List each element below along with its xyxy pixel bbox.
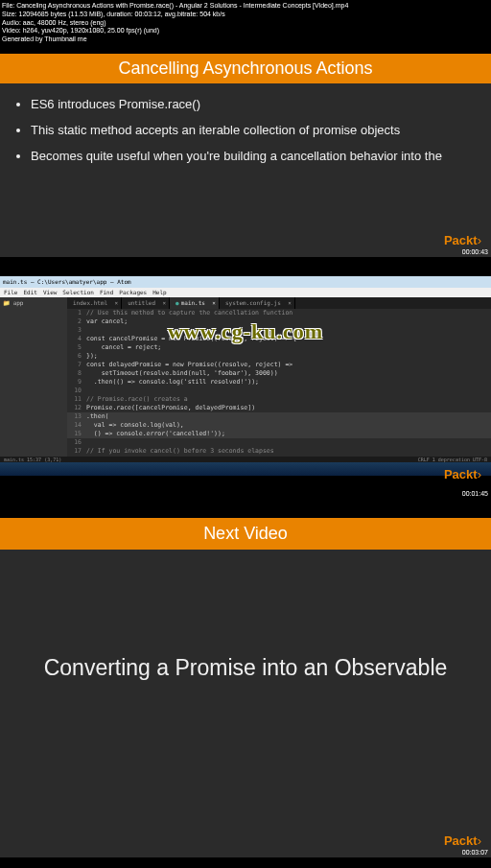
line-number: 8 [67, 369, 86, 378]
code-line[interactable]: 2var cancel; [67, 317, 491, 326]
timestamp-overlay: 00:00:43 [462, 248, 488, 255]
line-number: 11 [67, 395, 86, 404]
code-line[interactable]: 1// Use this method to capture the cance… [67, 309, 491, 317]
windows-taskbar[interactable] [0, 462, 491, 476]
tab-index[interactable]: index.html× [67, 297, 122, 309]
code-line[interactable]: 14 val => console.log(val), [67, 421, 491, 430]
code-line[interactable]: 16 [67, 438, 491, 447]
close-icon[interactable]: × [212, 299, 216, 306]
code-text: cancel = reject; [86, 343, 161, 352]
bullet-item: ES6 introduces Promise.race() [31, 97, 491, 111]
line-number: 16 [67, 438, 86, 447]
folder-icon: 📁 [3, 299, 13, 306]
menu-view[interactable]: View [43, 289, 57, 295]
code-text: var cancel; [86, 317, 128, 326]
code-line[interactable]: 8 setTimeout(resolve.bind(null, 'foobar'… [67, 369, 491, 378]
close-icon[interactable]: × [115, 299, 119, 306]
meta-audio: Audio: aac, 48000 Hz, stereo (eng) [2, 19, 489, 28]
menu-file[interactable]: File [4, 289, 17, 295]
tab-untitled[interactable]: untitled× [122, 297, 170, 309]
line-number: 5 [67, 343, 86, 352]
code-line[interactable]: 11// Promise.race() creates a [67, 395, 491, 404]
code-line[interactable]: 15 () => console.error('cancelled!')); [67, 430, 491, 438]
code-line[interactable]: 9 .then(() => console.log('still resolve… [67, 378, 491, 387]
code-line[interactable]: 6}); [67, 352, 491, 361]
code-text: // Promise.race() creates a [86, 395, 188, 404]
code-text: () => console.error('cancelled!')); [86, 430, 225, 438]
code-text: // If you invoke cancel() before 3 secon… [86, 447, 274, 456]
slide-title-bar: Cancelling Asynchronous Actions [0, 54, 491, 83]
code-text: val => console.log(val), [86, 421, 184, 430]
line-number: 15 [67, 430, 86, 438]
code-line[interactable]: 10 [67, 387, 491, 395]
next-video-bar: Next Video [0, 518, 491, 550]
line-number: 10 [67, 387, 86, 395]
code-text: .then( [86, 412, 108, 421]
meta-file: File: Canceling Asynchronous Actions wit… [2, 2, 489, 11]
window-titlebar: main.ts — C:\Users\amatyer\app — Atom [0, 276, 491, 288]
bullet-item: This static method accepts an iterable c… [31, 123, 491, 137]
next-video-label: Next Video [203, 524, 288, 543]
code-text: const cancelPromise = new Promise((resol… [86, 335, 296, 343]
line-number: 4 [67, 335, 86, 343]
meta-generator: Generated by Thumbnail me [2, 35, 489, 44]
thumbnail-1: Cancelling Asynchronous Actions ES6 intr… [0, 54, 491, 257]
folder-root[interactable]: app [13, 299, 24, 306]
code-text: const delayedPromise = new Promise((reso… [86, 361, 292, 369]
code-text: setTimeout(resolve.bind(null, 'foobar'),… [86, 369, 278, 378]
line-number: 1 [67, 309, 86, 317]
code-text: // Use this method to capture the cancel… [86, 309, 292, 317]
line-number: 7 [67, 361, 86, 369]
code-text: }); [86, 352, 98, 361]
code-editor: main.ts — C:\Users\amatyer\app — Atom Fi… [0, 276, 491, 476]
line-number: 13 [67, 412, 86, 421]
code-line[interactable]: 4const cancelPromise = new Promise((reso… [67, 335, 491, 343]
slide-title: Cancelling Asynchronous Actions [118, 59, 372, 78]
code-area[interactable]: 1// Use this method to capture the cance… [67, 309, 491, 457]
menu-packages[interactable]: Packages [119, 289, 147, 295]
separator [0, 499, 491, 518]
bullet-item: Becomes quite useful when you're buildin… [31, 149, 491, 163]
slide-bullets: ES6 introduces Promise.race() This stati… [0, 83, 491, 163]
menu-find[interactable]: Find [100, 289, 113, 295]
next-video-title: Converting a Promise into an Observable [0, 655, 491, 681]
line-number: 9 [67, 378, 86, 387]
packt-logo: Packt› [444, 467, 481, 481]
packt-logo: Packt› [444, 833, 481, 848]
thumbnail-3: Next Video Converting a Promise into an … [0, 518, 491, 857]
line-number: 3 [67, 326, 86, 335]
menu-bar[interactable]: File Edit View Selection Find Packages H… [0, 288, 491, 297]
meta-video: Video: h264, yuv420p, 1920x1080, 25.00 f… [2, 27, 489, 35]
menu-help[interactable]: Help [152, 289, 166, 295]
meta-size: Size: 12094685 bytes (11.53 MiB), durati… [2, 11, 489, 19]
editor-tabs[interactable]: index.html× untitled× ●main.ts× system.c… [67, 297, 491, 309]
code-text: .then(() => console.log('still resolved!… [86, 378, 259, 387]
thumbnail-2: main.ts — C:\Users\amatyer\app — Atom Fi… [0, 276, 491, 499]
code-line[interactable]: 5 cancel = reject; [67, 343, 491, 352]
dot-icon: ● [175, 299, 179, 306]
tab-main[interactable]: ●main.ts× [170, 297, 220, 309]
line-number: 12 [67, 404, 86, 412]
file-metadata: File: Canceling Asynchronous Actions wit… [0, 0, 491, 54]
packt-logo: Packt› [444, 233, 481, 247]
timestamp-overlay: 00:03:07 [462, 849, 488, 856]
menu-selection[interactable]: Selection [62, 289, 94, 295]
window-title: main.ts — C:\Users\amatyer\app — Atom [3, 278, 131, 285]
close-icon[interactable]: × [162, 299, 166, 306]
code-text: Promise.race([cancelPromise, delayedProm… [86, 404, 255, 412]
line-number: 14 [67, 421, 86, 430]
tab-system[interactable]: system.config.js× [220, 297, 295, 309]
code-line[interactable]: 17// If you invoke cancel() before 3 sec… [67, 447, 491, 456]
menu-edit[interactable]: Edit [23, 289, 36, 295]
close-icon[interactable]: × [288, 299, 292, 306]
line-number: 2 [67, 317, 86, 326]
line-number: 6 [67, 352, 86, 361]
code-line[interactable]: 3 [67, 326, 491, 335]
code-line[interactable]: 13.then( [67, 412, 491, 421]
separator [0, 257, 491, 276]
line-number: 17 [67, 447, 86, 456]
timestamp-overlay: 00:01:45 [462, 490, 488, 497]
file-tree[interactable]: 📁 app [0, 297, 67, 457]
code-line[interactable]: 12Promise.race([cancelPromise, delayedPr… [67, 404, 491, 412]
code-line[interactable]: 7const delayedPromise = new Promise((res… [67, 361, 491, 369]
